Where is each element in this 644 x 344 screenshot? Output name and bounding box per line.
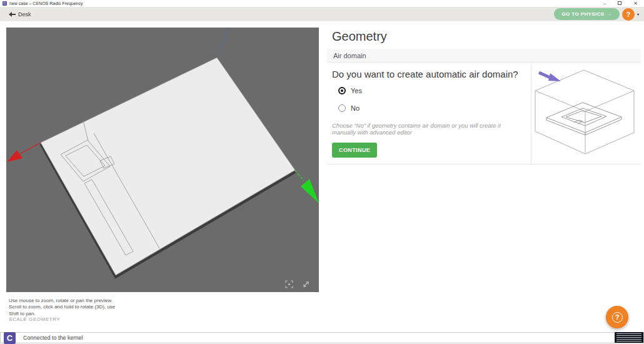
fullscreen-expand-icon[interactable] (302, 280, 310, 288)
go-to-physics-button[interactable]: GO TO PHYSICS → (554, 8, 620, 20)
title-bar: C new case – CENOS Radio Frequency – ✕ (0, 0, 644, 7)
center-view-icon[interactable] (285, 280, 293, 288)
toolbar: Desk GO TO PHYSICS → ? ▾ (0, 7, 644, 21)
window-controls: – ✕ (603, 1, 641, 7)
app-icon: C (3, 1, 7, 6)
scale-geometry-link[interactable]: SCALE GEOMETRY (9, 316, 61, 322)
maximize-icon[interactable] (618, 1, 621, 7)
back-to-desk-button[interactable]: Desk (9, 11, 31, 18)
cenos-logo: C (4, 332, 16, 344)
air-domain-illustration-area (531, 63, 641, 164)
floating-help-button[interactable]: ? (606, 306, 628, 328)
radio-option-yes[interactable]: Yes (338, 87, 526, 94)
viewport-toolbar (285, 280, 310, 288)
back-label: Desk (18, 11, 31, 18)
radio-icon (338, 87, 346, 94)
purple-arrow-icon (539, 73, 561, 81)
radio-label: No (351, 104, 360, 112)
fine-print-overlay (615, 332, 643, 343)
question-note: Choose “No” if geometry contains air dom… (332, 122, 526, 136)
question-mark-icon: ? (612, 312, 623, 323)
geometry-3d-viewport[interactable] (6, 28, 319, 292)
status-bar: Connected to the kernel (0, 332, 644, 343)
help-button[interactable]: ? (622, 8, 635, 21)
window-title: new case – CENOS Radio Frequency (9, 1, 83, 6)
back-arrow-icon (9, 12, 16, 17)
air-domain-question-card: Do you want to create automatic air doma… (327, 63, 641, 164)
radio-icon (338, 104, 346, 112)
air-domain-box-illustration (533, 65, 640, 160)
go-to-physics-label: GO TO PHYSICS (561, 11, 604, 17)
section-header-air-domain: Air domain (327, 49, 641, 63)
radio-option-no[interactable]: No (338, 104, 526, 112)
minimize-icon[interactable]: – (603, 1, 606, 7)
arrow-right-icon: → (607, 11, 612, 17)
pcb-preview-drawing (6, 28, 319, 292)
page-title: Geometry (332, 29, 387, 44)
continue-button[interactable]: CONTINUE (332, 143, 377, 158)
radio-label: Yes (351, 87, 362, 94)
question-text: Do you want to create automatic air doma… (332, 69, 526, 79)
viewport-hint-text: Use mouse to zoom, rotate or pan the pre… (9, 298, 140, 317)
chevron-down-icon[interactable]: ▾ (637, 12, 639, 16)
close-icon[interactable]: ✕ (633, 1, 638, 7)
